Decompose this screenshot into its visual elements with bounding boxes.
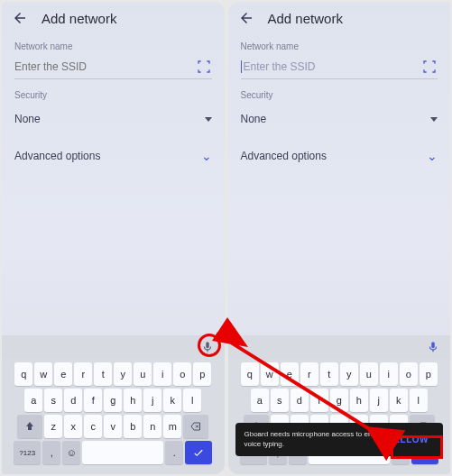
key-j[interactable]: j bbox=[143, 389, 161, 412]
key-b[interactable]: b bbox=[124, 415, 142, 438]
allow-button[interactable]: ALLOW bbox=[388, 432, 434, 447]
key-w[interactable]: w bbox=[34, 362, 52, 386]
key-t[interactable]: t bbox=[320, 362, 338, 386]
key-o[interactable]: o bbox=[173, 362, 191, 386]
shift-key[interactable] bbox=[17, 415, 42, 438]
phone-screenshot-right: Add network Network name Enter the SSID … bbox=[228, 2, 451, 474]
comma-key[interactable]: , bbox=[42, 441, 60, 464]
key-v[interactable]: v bbox=[104, 415, 122, 438]
key-z[interactable]: z bbox=[44, 415, 62, 438]
key-r[interactable]: r bbox=[300, 362, 318, 386]
key-s[interactable]: s bbox=[44, 389, 62, 412]
chevron-down-icon: ⌄ bbox=[201, 149, 212, 163]
key-y[interactable]: y bbox=[114, 362, 132, 386]
key-f[interactable]: f bbox=[84, 389, 102, 412]
key-k[interactable]: k bbox=[163, 389, 181, 412]
key-u[interactable]: u bbox=[134, 362, 152, 386]
key-c[interactable]: c bbox=[84, 415, 102, 438]
header: Add network bbox=[2, 2, 225, 34]
key-f[interactable]: f bbox=[310, 389, 328, 412]
key-d[interactable]: d bbox=[291, 389, 309, 412]
space-key[interactable] bbox=[82, 441, 163, 464]
key-m[interactable]: m bbox=[163, 415, 181, 438]
back-button[interactable] bbox=[237, 9, 255, 27]
key-i[interactable]: i bbox=[153, 362, 171, 386]
back-button[interactable] bbox=[11, 9, 29, 27]
network-name-label: Network name bbox=[14, 41, 212, 51]
phone-screenshot-left: Add network Network name Security None A… bbox=[2, 2, 225, 474]
key-h[interactable]: h bbox=[350, 389, 368, 412]
security-select[interactable]: None bbox=[14, 107, 212, 131]
ssid-input[interactable]: Enter the SSID bbox=[241, 60, 422, 74]
mic-icon[interactable] bbox=[199, 339, 216, 355]
header: Add network bbox=[228, 2, 451, 34]
snackbar-message: Gboard needs microphone access to enable… bbox=[244, 430, 388, 449]
enter-key[interactable] bbox=[185, 441, 212, 464]
key-j[interactable]: j bbox=[370, 389, 388, 412]
key-y[interactable]: y bbox=[340, 362, 358, 386]
keyboard[interactable]: qwertyuiop asdfghjkl zxcvbnm ?123,☺. bbox=[2, 359, 225, 474]
ssid-input[interactable] bbox=[14, 60, 196, 73]
symbols-key[interactable]: ?123 bbox=[14, 441, 41, 464]
key-a[interactable]: a bbox=[251, 389, 269, 412]
key-w[interactable]: w bbox=[261, 362, 279, 386]
qr-scan-icon[interactable] bbox=[196, 59, 212, 75]
key-g[interactable]: g bbox=[104, 389, 122, 412]
mic-icon[interactable] bbox=[425, 339, 441, 355]
security-value: None bbox=[241, 113, 267, 125]
key-g[interactable]: g bbox=[330, 389, 348, 412]
key-t[interactable]: t bbox=[94, 362, 112, 386]
key-e[interactable]: e bbox=[281, 362, 299, 386]
permission-snackbar: Gboard needs microphone access to enable… bbox=[235, 423, 444, 456]
security-label: Security bbox=[241, 90, 438, 100]
key-e[interactable]: e bbox=[54, 362, 72, 386]
key-p[interactable]: p bbox=[420, 362, 438, 386]
security-label: Security bbox=[14, 90, 212, 100]
keyboard-suggestion-bar bbox=[2, 335, 225, 359]
key-i[interactable]: i bbox=[380, 362, 398, 386]
key-s[interactable]: s bbox=[271, 389, 289, 412]
key-p[interactable]: p bbox=[193, 362, 211, 386]
key-n[interactable]: n bbox=[143, 415, 161, 438]
advanced-options[interactable]: Advanced options ⌄ bbox=[241, 143, 438, 169]
key-l[interactable]: l bbox=[183, 389, 201, 412]
key-r[interactable]: r bbox=[74, 362, 92, 386]
key-d[interactable]: d bbox=[64, 389, 82, 412]
ssid-input-row[interactable]: Enter the SSID bbox=[241, 55, 438, 79]
security-value: None bbox=[14, 113, 41, 125]
caret-down-icon bbox=[205, 117, 212, 122]
emoji-key[interactable]: ☺ bbox=[62, 441, 80, 464]
security-select[interactable]: None bbox=[241, 107, 438, 131]
backspace-key[interactable] bbox=[183, 415, 208, 438]
key-h[interactable]: h bbox=[124, 389, 142, 412]
caret-down-icon bbox=[430, 117, 438, 122]
chevron-down-icon: ⌄ bbox=[427, 149, 438, 163]
key-u[interactable]: u bbox=[360, 362, 378, 386]
page-title: Add network bbox=[42, 11, 116, 26]
key-l[interactable]: l bbox=[410, 389, 428, 412]
network-name-label: Network name bbox=[241, 41, 438, 51]
key-k[interactable]: k bbox=[390, 389, 408, 412]
qr-scan-icon[interactable] bbox=[421, 59, 438, 75]
key-x[interactable]: x bbox=[64, 415, 82, 438]
advanced-options[interactable]: Advanced options ⌄ bbox=[14, 143, 212, 169]
keyboard[interactable]: qwertyuiop asdfghjkl zxcvbnm ?123,☺. bbox=[228, 359, 451, 474]
key-a[interactable]: a bbox=[24, 389, 42, 412]
keyboard-suggestion-bar bbox=[228, 335, 451, 359]
advanced-label: Advanced options bbox=[241, 150, 327, 162]
key-o[interactable]: o bbox=[400, 362, 418, 386]
period-key[interactable]: . bbox=[165, 441, 183, 464]
key-q[interactable]: q bbox=[14, 362, 32, 386]
key-q[interactable]: q bbox=[241, 362, 259, 386]
ssid-input-row[interactable] bbox=[14, 55, 212, 79]
advanced-label: Advanced options bbox=[14, 150, 100, 162]
page-title: Add network bbox=[268, 11, 343, 26]
